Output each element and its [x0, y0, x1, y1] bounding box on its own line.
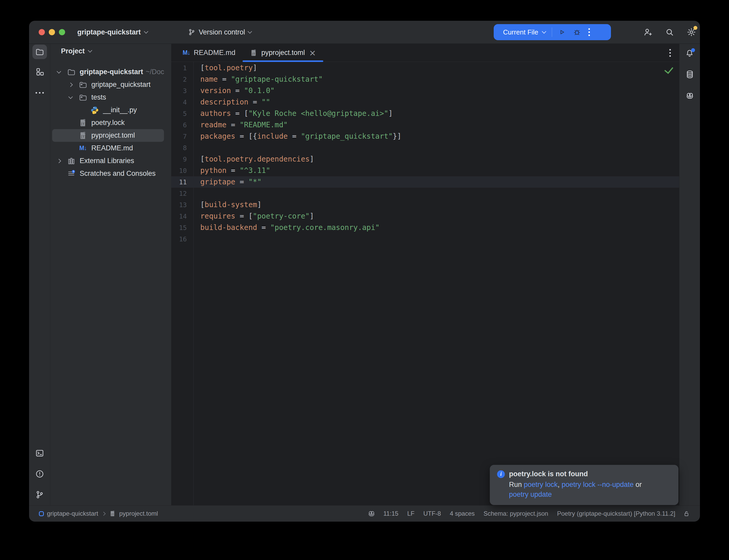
lock-open-icon[interactable]	[680, 510, 693, 517]
close-tab-icon[interactable]: ×	[309, 49, 316, 57]
code-line-14[interactable]: 14requires = ["poetry-core"]	[171, 211, 679, 222]
code-line-6[interactable]: 6readme = "README.md"	[171, 119, 679, 131]
structure-tool-button[interactable]	[32, 65, 47, 79]
breadcrumb-separator-icon	[102, 512, 106, 516]
minimize-button[interactable]	[49, 29, 55, 35]
tree-row-poetry.lock[interactable]: [T]poetry.lock	[52, 116, 164, 129]
tab-pyproject.toml[interactable]: [T]pyproject.toml×	[242, 44, 323, 62]
tree-row-External Libraries[interactable]: External Libraries	[52, 155, 164, 167]
chevron-right-icon[interactable]	[68, 82, 73, 87]
line-number[interactable]: 13	[171, 199, 187, 211]
tree-row-Scratches and Consoles[interactable]: Scratches and Consoles	[52, 167, 164, 180]
status-item-UTF-8[interactable]: UTF-8	[419, 510, 446, 517]
status-item-Poetry (griptape-quickstart) [Python 3.11.2][interactable]: Poetry (griptape-quickstart) [Python 3.1…	[553, 510, 680, 517]
terminal-tool-button[interactable]	[32, 446, 47, 460]
code-line-9[interactable]: 9[tool.poetry.dependencies]	[171, 153, 679, 165]
status-widgets: 11:15LFUTF-84 spacesSchema: pyproject.js…	[364, 509, 693, 518]
chevron-right-icon[interactable]	[57, 159, 61, 163]
line-number[interactable]: 14	[171, 211, 187, 222]
copilot-status-button[interactable]	[364, 509, 379, 518]
settings-button[interactable]	[686, 27, 696, 37]
status-item-4 spaces[interactable]: 4 spaces	[446, 510, 479, 517]
line-number[interactable]: 16	[171, 234, 187, 245]
tab-options-kebab-icon[interactable]	[669, 49, 671, 57]
code-line-2[interactable]: 2name = "griptape-quickstart"	[171, 74, 679, 85]
line-number[interactable]: 15	[171, 222, 187, 234]
vcs-widget[interactable]: Version control	[188, 21, 251, 44]
code-line-8[interactable]: 8	[171, 142, 679, 153]
notifications-bell-tool-button[interactable]	[683, 46, 697, 60]
notification-link[interactable]: poetry lock	[524, 481, 558, 488]
breadcrumb-item-griptape-quickstart[interactable]: griptape-quickstart	[39, 510, 98, 517]
package-folder-icon	[79, 93, 87, 102]
line-number[interactable]: 10	[171, 165, 187, 177]
code-line-13[interactable]: 13[build-system]	[171, 199, 679, 211]
line-number[interactable]: 12	[171, 188, 187, 199]
line-number[interactable]: 8	[171, 142, 187, 154]
code-line-12[interactable]: 12	[171, 188, 679, 199]
line-number[interactable]: 4	[171, 97, 187, 108]
tree-row-tests[interactable]: tests	[52, 91, 164, 104]
search-button[interactable]	[665, 27, 675, 37]
line-number[interactable]: 9	[171, 154, 187, 165]
code-line-5[interactable]: 5authors = ["Kyle Roche <hello@griptape.…	[171, 108, 679, 119]
database-tool-button[interactable]	[683, 67, 697, 82]
status-item-11:15[interactable]: 11:15	[379, 510, 403, 517]
tree-row-griptape-quickstart[interactable]: griptape-quickstart~/Docume	[52, 66, 164, 78]
code-line-11[interactable]: 11griptape = "*"	[171, 176, 679, 188]
window-controls	[39, 21, 65, 44]
line-number[interactable]: 6	[171, 120, 187, 131]
copilot-tool-button[interactable]	[683, 88, 697, 103]
tree-row-README.md[interactable]: M↓README.md	[52, 142, 164, 155]
code-line-15[interactable]: 15build-backend = "poetry.core.masonry.a…	[171, 222, 679, 233]
code-line-7[interactable]: 7packages = [{include = "griptape_quicks…	[171, 131, 679, 142]
close-button[interactable]	[39, 29, 45, 35]
status-item-Schema: pyproject.json[interactable]: Schema: pyproject.json	[479, 510, 553, 517]
database-icon	[685, 70, 695, 79]
breadcrumb-item-pyproject.toml[interactable]: [T]pyproject.toml	[109, 510, 158, 517]
problems-tool-button[interactable]	[32, 467, 47, 481]
tree-row-pyproject.toml[interactable]: [T]pyproject.toml	[52, 129, 164, 142]
tree-row-griptape_quickstart[interactable]: griptape_quickstart	[52, 78, 164, 91]
add-user-button[interactable]	[643, 27, 653, 37]
code-line-3[interactable]: 3version = "0.1.0"	[171, 85, 679, 96]
run-configuration-widget: Current File	[494, 24, 611, 40]
zoom-button[interactable]	[59, 29, 65, 35]
chevron-down-icon[interactable]	[68, 94, 73, 99]
run-config-selector[interactable]: Current File	[503, 28, 538, 36]
tree-row-__init__.py[interactable]: __init__.py	[52, 104, 164, 116]
line-number[interactable]: 7	[171, 131, 187, 142]
run-button[interactable]	[557, 27, 567, 37]
chevron-down-icon	[542, 29, 546, 34]
more-run-options-icon[interactable]	[588, 28, 590, 36]
toolbar-right	[643, 21, 696, 44]
copilot-icon	[368, 509, 376, 518]
code-line-16[interactable]: 16	[171, 233, 679, 245]
line-number[interactable]: 1	[171, 62, 187, 74]
git-branch-tool-button[interactable]	[32, 487, 47, 502]
more-tool-button[interactable]	[32, 86, 47, 100]
notification-link[interactable]: poetry lock --no-update	[562, 481, 634, 488]
chevron-down-icon[interactable]	[57, 69, 61, 73]
debug-button[interactable]	[572, 27, 582, 37]
code-line-1[interactable]: 1[tool.poetry]	[171, 62, 679, 74]
tab-README.md[interactable]: M↓README.md	[175, 44, 242, 62]
line-number[interactable]: 2	[171, 74, 187, 85]
project-switcher[interactable]: griptape-quickstart	[77, 21, 148, 44]
line-number[interactable]: 11	[171, 177, 187, 188]
notification-body: Run poetry lock, poetry lock --no-update…	[509, 480, 671, 499]
more-icon	[36, 92, 44, 94]
code-editor[interactable]: 1[tool.poetry]2name = "griptape-quicksta…	[171, 62, 679, 506]
code-line-10[interactable]: 10python = "^3.11"	[171, 165, 679, 176]
tree-label: griptape_quickstart	[91, 81, 150, 89]
tree-label: tests	[91, 93, 106, 101]
status-item-LF[interactable]: LF	[403, 510, 419, 517]
project-panel-header[interactable]: Project	[50, 44, 171, 58]
status-bar: griptape-quickstart[T]pyproject.toml 11:…	[29, 505, 700, 522]
line-number[interactable]: 5	[171, 108, 187, 120]
line-number[interactable]: 3	[171, 85, 187, 97]
code-line-4[interactable]: 4description = ""	[171, 96, 679, 108]
project-folder-icon	[35, 47, 44, 57]
project-folder-tool-button[interactable]	[32, 45, 47, 59]
notification-link[interactable]: poetry update	[509, 491, 552, 498]
